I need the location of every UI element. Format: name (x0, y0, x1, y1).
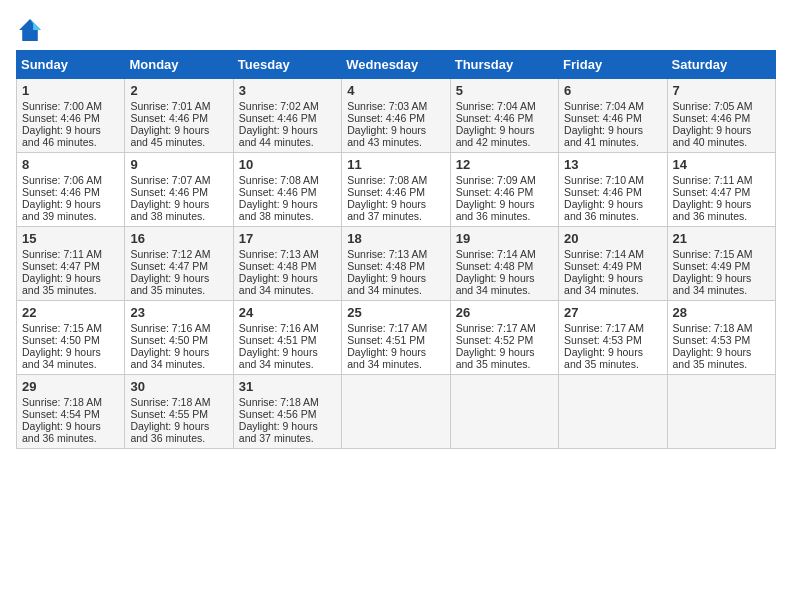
daylight-text: Daylight: 9 hours and 36 minutes. (130, 420, 209, 444)
calendar-cell: 4Sunrise: 7:03 AMSunset: 4:46 PMDaylight… (342, 79, 450, 153)
calendar-cell: 11Sunrise: 7:08 AMSunset: 4:46 PMDayligh… (342, 153, 450, 227)
sunset-text: Sunset: 4:48 PM (347, 260, 425, 272)
day-number: 5 (456, 83, 553, 98)
sunrise-text: Sunrise: 7:17 AM (564, 322, 644, 334)
sunset-text: Sunset: 4:46 PM (347, 112, 425, 124)
sunrise-text: Sunrise: 7:07 AM (130, 174, 210, 186)
sunrise-text: Sunrise: 7:18 AM (22, 396, 102, 408)
sunset-text: Sunset: 4:46 PM (564, 186, 642, 198)
calendar-cell: 23Sunrise: 7:16 AMSunset: 4:50 PMDayligh… (125, 301, 233, 375)
sunset-text: Sunset: 4:46 PM (239, 112, 317, 124)
sunset-text: Sunset: 4:46 PM (456, 186, 534, 198)
day-number: 19 (456, 231, 553, 246)
sunrise-text: Sunrise: 7:16 AM (130, 322, 210, 334)
calendar-cell: 16Sunrise: 7:12 AMSunset: 4:47 PMDayligh… (125, 227, 233, 301)
day-number: 15 (22, 231, 119, 246)
daylight-text: Daylight: 9 hours and 34 minutes. (347, 346, 426, 370)
day-number: 22 (22, 305, 119, 320)
col-header-tuesday: Tuesday (233, 51, 341, 79)
day-number: 18 (347, 231, 444, 246)
daylight-text: Daylight: 9 hours and 38 minutes. (130, 198, 209, 222)
day-number: 29 (22, 379, 119, 394)
sunset-text: Sunset: 4:47 PM (673, 186, 751, 198)
daylight-text: Daylight: 9 hours and 35 minutes. (22, 272, 101, 296)
sunset-text: Sunset: 4:52 PM (456, 334, 534, 346)
sunset-text: Sunset: 4:46 PM (22, 186, 100, 198)
sunrise-text: Sunrise: 7:13 AM (239, 248, 319, 260)
day-number: 20 (564, 231, 661, 246)
calendar-week-3: 15Sunrise: 7:11 AMSunset: 4:47 PMDayligh… (17, 227, 776, 301)
sunset-text: Sunset: 4:48 PM (239, 260, 317, 272)
day-number: 25 (347, 305, 444, 320)
sunset-text: Sunset: 4:47 PM (22, 260, 100, 272)
sunrise-text: Sunrise: 7:15 AM (22, 322, 102, 334)
sunset-text: Sunset: 4:51 PM (239, 334, 317, 346)
sunrise-text: Sunrise: 7:02 AM (239, 100, 319, 112)
sunset-text: Sunset: 4:46 PM (130, 186, 208, 198)
calendar-cell: 25Sunrise: 7:17 AMSunset: 4:51 PMDayligh… (342, 301, 450, 375)
calendar-cell: 9Sunrise: 7:07 AMSunset: 4:46 PMDaylight… (125, 153, 233, 227)
day-number: 16 (130, 231, 227, 246)
day-number: 11 (347, 157, 444, 172)
col-header-saturday: Saturday (667, 51, 775, 79)
sunset-text: Sunset: 4:49 PM (564, 260, 642, 272)
calendar-cell: 18Sunrise: 7:13 AMSunset: 4:48 PMDayligh… (342, 227, 450, 301)
daylight-text: Daylight: 9 hours and 34 minutes. (239, 346, 318, 370)
day-number: 17 (239, 231, 336, 246)
sunset-text: Sunset: 4:54 PM (22, 408, 100, 420)
day-number: 24 (239, 305, 336, 320)
daylight-text: Daylight: 9 hours and 35 minutes. (130, 272, 209, 296)
calendar-cell: 8Sunrise: 7:06 AMSunset: 4:46 PMDaylight… (17, 153, 125, 227)
day-number: 1 (22, 83, 119, 98)
calendar-cell: 10Sunrise: 7:08 AMSunset: 4:46 PMDayligh… (233, 153, 341, 227)
calendar-table: SundayMondayTuesdayWednesdayThursdayFrid… (16, 50, 776, 449)
sunrise-text: Sunrise: 7:08 AM (347, 174, 427, 186)
daylight-text: Daylight: 9 hours and 37 minutes. (239, 420, 318, 444)
calendar-cell: 2Sunrise: 7:01 AMSunset: 4:46 PMDaylight… (125, 79, 233, 153)
sunset-text: Sunset: 4:50 PM (22, 334, 100, 346)
calendar-cell: 3Sunrise: 7:02 AMSunset: 4:46 PMDaylight… (233, 79, 341, 153)
header (16, 16, 776, 44)
sunset-text: Sunset: 4:53 PM (564, 334, 642, 346)
col-header-sunday: Sunday (17, 51, 125, 79)
sunrise-text: Sunrise: 7:04 AM (456, 100, 536, 112)
daylight-text: Daylight: 9 hours and 36 minutes. (564, 198, 643, 222)
calendar-cell (450, 375, 558, 449)
calendar-cell: 20Sunrise: 7:14 AMSunset: 4:49 PMDayligh… (559, 227, 667, 301)
header-row: SundayMondayTuesdayWednesdayThursdayFrid… (17, 51, 776, 79)
day-number: 10 (239, 157, 336, 172)
sunset-text: Sunset: 4:46 PM (456, 112, 534, 124)
calendar-cell: 13Sunrise: 7:10 AMSunset: 4:46 PMDayligh… (559, 153, 667, 227)
sunrise-text: Sunrise: 7:09 AM (456, 174, 536, 186)
logo-icon (16, 16, 44, 44)
sunset-text: Sunset: 4:46 PM (239, 186, 317, 198)
calendar-week-1: 1Sunrise: 7:00 AMSunset: 4:46 PMDaylight… (17, 79, 776, 153)
sunrise-text: Sunrise: 7:05 AM (673, 100, 753, 112)
day-number: 13 (564, 157, 661, 172)
day-number: 31 (239, 379, 336, 394)
calendar-cell: 22Sunrise: 7:15 AMSunset: 4:50 PMDayligh… (17, 301, 125, 375)
calendar-cell (342, 375, 450, 449)
calendar-week-2: 8Sunrise: 7:06 AMSunset: 4:46 PMDaylight… (17, 153, 776, 227)
calendar-cell: 12Sunrise: 7:09 AMSunset: 4:46 PMDayligh… (450, 153, 558, 227)
sunset-text: Sunset: 4:50 PM (130, 334, 208, 346)
calendar-cell: 15Sunrise: 7:11 AMSunset: 4:47 PMDayligh… (17, 227, 125, 301)
sunrise-text: Sunrise: 7:18 AM (673, 322, 753, 334)
calendar-cell: 7Sunrise: 7:05 AMSunset: 4:46 PMDaylight… (667, 79, 775, 153)
sunrise-text: Sunrise: 7:17 AM (347, 322, 427, 334)
daylight-text: Daylight: 9 hours and 36 minutes. (673, 198, 752, 222)
daylight-text: Daylight: 9 hours and 34 minutes. (673, 272, 752, 296)
daylight-text: Daylight: 9 hours and 34 minutes. (130, 346, 209, 370)
calendar-cell: 24Sunrise: 7:16 AMSunset: 4:51 PMDayligh… (233, 301, 341, 375)
day-number: 6 (564, 83, 661, 98)
calendar-week-4: 22Sunrise: 7:15 AMSunset: 4:50 PMDayligh… (17, 301, 776, 375)
sunrise-text: Sunrise: 7:18 AM (239, 396, 319, 408)
sunset-text: Sunset: 4:53 PM (673, 334, 751, 346)
sunset-text: Sunset: 4:46 PM (347, 186, 425, 198)
calendar-week-5: 29Sunrise: 7:18 AMSunset: 4:54 PMDayligh… (17, 375, 776, 449)
calendar-cell: 27Sunrise: 7:17 AMSunset: 4:53 PMDayligh… (559, 301, 667, 375)
daylight-text: Daylight: 9 hours and 45 minutes. (130, 124, 209, 148)
calendar-cell: 26Sunrise: 7:17 AMSunset: 4:52 PMDayligh… (450, 301, 558, 375)
day-number: 9 (130, 157, 227, 172)
sunrise-text: Sunrise: 7:17 AM (456, 322, 536, 334)
